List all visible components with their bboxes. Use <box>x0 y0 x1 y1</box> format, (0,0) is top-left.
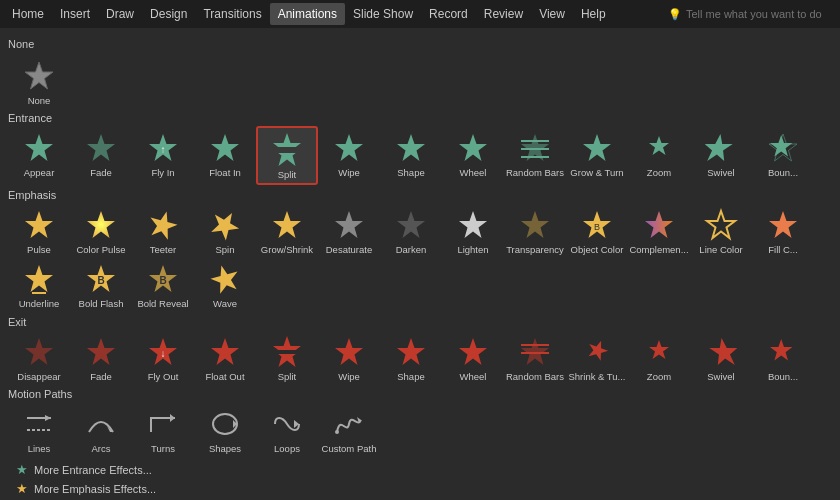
emphasis-colorpulse[interactable]: Color Pulse <box>70 203 132 257</box>
emphasis-boldreveal[interactable]: B Bold Reveal <box>132 257 194 311</box>
more-emphasis-effects[interactable]: ★ More Emphasis Effects... <box>12 479 828 498</box>
flyout-icon: ↓ <box>145 334 181 370</box>
wheel-label: Wheel <box>460 167 487 178</box>
svg-marker-55 <box>459 338 487 365</box>
emphasis-complement[interactable]: Complemen... <box>628 203 690 257</box>
colorpulse-icon <box>83 207 119 243</box>
exit-randombars[interactable]: Random Bars <box>504 330 566 384</box>
boldflash-label: Bold Flash <box>79 298 124 309</box>
growshrink-icon <box>269 207 305 243</box>
emphasis-spin[interactable]: Spin <box>194 203 256 257</box>
menu-transitions[interactable]: Transitions <box>195 3 269 25</box>
entrance-wheel[interactable]: Wheel <box>442 126 504 184</box>
exit-swivel-label: Swivel <box>707 371 734 382</box>
entrance-zoom[interactable]: Zoom <box>628 126 690 184</box>
entrance-split[interactable]: Split <box>256 126 318 184</box>
entrance-fade[interactable]: Fade <box>70 126 132 184</box>
menu-insert[interactable]: Insert <box>52 3 98 25</box>
more-entrance-effects[interactable]: ★ More Entrance Effects... <box>12 460 828 479</box>
emphasis-darken[interactable]: Darken <box>380 203 442 257</box>
transparency-label: Transparency <box>506 244 564 255</box>
svg-marker-59 <box>585 337 610 362</box>
emphasis-boldflash[interactable]: B Bold Flash <box>70 257 132 311</box>
entrance-growturn[interactable]: Grow & Turn <box>566 126 628 184</box>
entrance-flyin[interactable]: ↑ Fly In <box>132 126 194 184</box>
svg-marker-18 <box>649 136 669 155</box>
exit-split[interactable]: Split <box>256 330 318 384</box>
entrance-randombars[interactable]: Random Bars <box>504 126 566 184</box>
motion-custompath[interactable]: Custom Path <box>318 402 380 456</box>
motion-shapes[interactable]: Shapes <box>194 402 256 456</box>
lighten-icon <box>455 207 491 243</box>
desaturate-icon <box>331 207 367 243</box>
menu-home[interactable]: Home <box>4 3 52 25</box>
svg-text:↑: ↑ <box>161 144 166 155</box>
menu-record[interactable]: Record <box>421 3 476 25</box>
exit-zoom-icon <box>641 334 677 370</box>
transparency-icon <box>517 207 553 243</box>
svg-marker-23 <box>87 211 115 238</box>
menu-draw[interactable]: Draw <box>98 3 142 25</box>
emphasis-linecolor[interactable]: Line Color <box>690 203 752 257</box>
svg-marker-29 <box>397 211 425 238</box>
exit-disappear[interactable]: Disappear <box>8 330 70 384</box>
entrance-wipe[interactable]: Wipe <box>318 126 380 184</box>
exit-shrinkturn[interactable]: Shrink & Tu... <box>566 330 628 384</box>
none-item[interactable]: None <box>8 54 70 108</box>
entrance-bounce[interactable]: Boun... <box>752 126 814 184</box>
emphasis-objectcolor[interactable]: B Object Color <box>566 203 628 257</box>
entrance-swivel[interactable]: Swivel <box>690 126 752 184</box>
exit-wheel-icon <box>455 334 491 370</box>
exit-split-label: Split <box>278 371 296 382</box>
menu-slideshow[interactable]: Slide Show <box>345 3 421 25</box>
exit-flyout[interactable]: ↓ Fly Out <box>132 330 194 384</box>
menu-animations[interactable]: Animations <box>270 3 345 25</box>
emphasis-teeter[interactable]: Teeter <box>132 203 194 257</box>
emphasis-wave[interactable]: Wave <box>194 257 256 311</box>
emphasis-desaturate[interactable]: Desaturate <box>318 203 380 257</box>
entrance-shape[interactable]: Shape <box>380 126 442 184</box>
exit-swivel[interactable]: Swivel <box>690 330 752 384</box>
motion-arcs[interactable]: Arcs <box>70 402 132 456</box>
arcs-icon <box>83 406 119 442</box>
exit-wipe[interactable]: Wipe <box>318 330 380 384</box>
menu-review[interactable]: Review <box>476 3 531 25</box>
emphasis-pulse[interactable]: Pulse <box>8 203 70 257</box>
turns-icon <box>145 406 181 442</box>
emphasis-section-label: Emphasis <box>8 189 832 201</box>
svg-marker-35 <box>707 211 735 238</box>
emphasis-underline[interactable]: Underline <box>8 257 70 311</box>
fillcolor-label: Fill C... <box>768 244 798 255</box>
svg-text:B: B <box>159 275 166 286</box>
svg-point-71 <box>335 430 339 434</box>
lines-label: Lines <box>28 443 51 454</box>
entrance-appear[interactable]: Appear <box>8 126 70 184</box>
disappear-label: Disappear <box>17 371 60 382</box>
bounce-icon <box>765 130 801 166</box>
svg-marker-10 <box>335 134 363 161</box>
emphasis-transparency[interactable]: Transparency <box>504 203 566 257</box>
emphasis-lighten[interactable]: Lighten <box>442 203 504 257</box>
entrance-floatin[interactable]: Float In <box>194 126 256 184</box>
menu-design[interactable]: Design <box>142 3 195 25</box>
entrance-row: Appear Fade ↑ Fly In <box>8 126 832 184</box>
exit-fade[interactable]: Fade <box>70 330 132 384</box>
boldreveal-icon: B <box>145 261 181 297</box>
exit-shape[interactable]: Shape <box>380 330 442 384</box>
search-input[interactable] <box>686 8 836 20</box>
linecolor-label: Line Color <box>699 244 742 255</box>
menu-help[interactable]: Help <box>573 3 614 25</box>
exit-floatout[interactable]: Float Out <box>194 330 256 384</box>
emphasis-fillcolor[interactable]: Fill C... <box>752 203 814 257</box>
exit-bounce[interactable]: Boun... <box>752 330 814 384</box>
darken-label: Darken <box>396 244 427 255</box>
motion-loops[interactable]: Loops <box>256 402 318 456</box>
bounce-label: Boun... <box>768 167 798 178</box>
svg-marker-30 <box>459 211 487 238</box>
exit-wheel[interactable]: Wheel <box>442 330 504 384</box>
emphasis-growshrink[interactable]: Grow/Shrink <box>256 203 318 257</box>
exit-zoom[interactable]: Zoom <box>628 330 690 384</box>
motion-lines[interactable]: Lines <box>8 402 70 456</box>
menu-view[interactable]: View <box>531 3 573 25</box>
motion-turns[interactable]: Turns <box>132 402 194 456</box>
